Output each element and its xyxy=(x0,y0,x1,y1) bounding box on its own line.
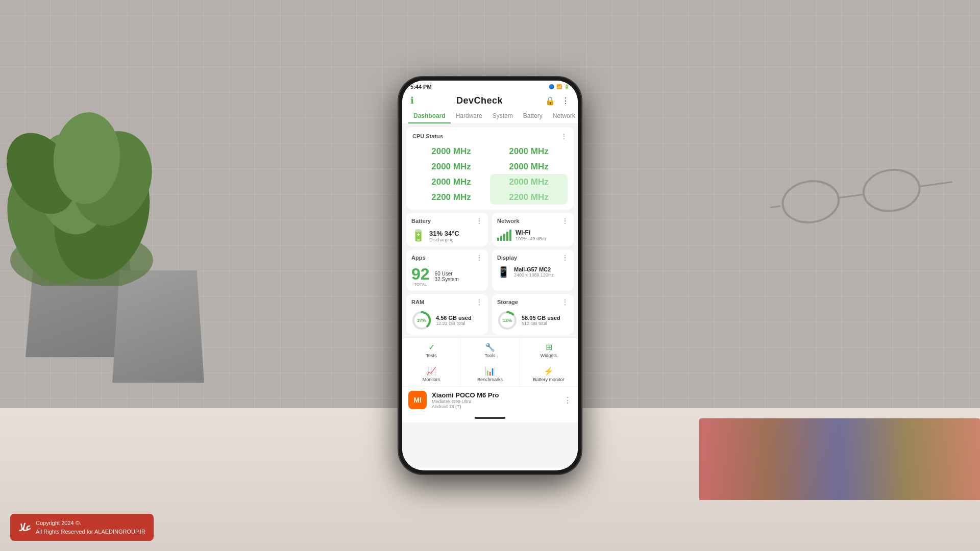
cpu-card-header: CPU Status ⋮ xyxy=(412,132,568,140)
network-card: Network ⋮ Wi-F xyxy=(492,213,574,246)
home-indicator xyxy=(475,417,505,419)
bar-2 xyxy=(500,236,502,241)
svg-point-7 xyxy=(780,178,841,226)
storage-menu[interactable]: ⋮ xyxy=(561,298,569,306)
device-logo: MI xyxy=(408,391,427,409)
watermark-logo: علا xyxy=(18,521,31,534)
nav-monitors[interactable]: 📈 Monitors xyxy=(402,362,461,386)
storage-total: 512 GB total xyxy=(522,321,560,326)
bar-4 xyxy=(506,232,508,241)
nav-tools[interactable]: 🔧 Tools xyxy=(461,338,520,362)
display-card-header: Display ⋮ xyxy=(497,254,569,262)
more-icon[interactable]: ⋮ xyxy=(561,96,570,106)
apps-total-number: 92 xyxy=(411,266,430,282)
bluetooth-icon: 🔵 xyxy=(549,84,554,89)
cpu-freq-4: 2000 MHz xyxy=(412,175,490,189)
cpu-grid: 2000 MHz 2000 MHz 2000 MHz 2000 MHz 2000… xyxy=(412,144,568,205)
display-menu[interactable]: ⋮ xyxy=(561,254,569,262)
widgets-icon: ⊞ xyxy=(546,342,552,352)
tab-network[interactable]: Network xyxy=(548,108,578,123)
device-chipset: Mediatek G99 Ultra xyxy=(432,399,499,404)
battery-menu[interactable]: ⋮ xyxy=(476,217,483,225)
nav-benchmarks[interactable]: 📊 Benchmarks xyxy=(461,362,520,386)
bottom-nav: ✓ Tests 🔧 Tools ⊞ Widgets xyxy=(402,338,578,386)
storage-used: 58.05 GB used xyxy=(522,315,560,321)
battery-monitor-icon: ⚡ xyxy=(544,366,554,376)
apps-content: 92 TOTAL 60 User 32 System xyxy=(411,266,483,287)
apps-breakdown: 60 User 32 System xyxy=(435,271,459,282)
ram-menu[interactable]: ⋮ xyxy=(476,298,483,306)
apps-user-count: 60 User xyxy=(435,271,459,277)
watermark: علا Copyright 2024 ©. All Rights Reserve… xyxy=(10,514,154,541)
lock-icon[interactable]: 🔒 xyxy=(545,96,555,106)
bar-1 xyxy=(497,238,499,241)
cpu-freq-0: 2000 MHz xyxy=(412,144,490,159)
tab-battery[interactable]: Battery xyxy=(518,108,548,123)
info-icon[interactable]: ℹ xyxy=(410,95,414,106)
battery-title: Battery xyxy=(411,218,431,224)
network-menu[interactable]: ⋮ xyxy=(561,217,569,225)
device-info: Xiaomi POCO M6 Pro Mediatek G99 Ultra An… xyxy=(432,391,499,409)
status-bar: 5:44 PM 🔵 📶 🔋 xyxy=(402,81,578,92)
apps-total-label: TOTAL xyxy=(411,282,430,287)
storage-card: Storage ⋮ 12% xyxy=(492,294,574,335)
device-menu-icon[interactable]: ⋮ xyxy=(564,395,572,405)
svg-line-9 xyxy=(839,194,864,198)
battery-content: 🔋 31% 34°C Discharging xyxy=(411,229,483,242)
nav-tabs: Dashboard Hardware System Battery Networ… xyxy=(402,108,578,124)
device-name: Xiaomi POCO M6 Pro xyxy=(432,391,499,399)
ram-ring: 37% xyxy=(411,310,432,331)
device-os: Android 13 (T) xyxy=(432,404,499,409)
widgets-label: Widgets xyxy=(541,353,557,358)
cpu-freq-3: 2000 MHz xyxy=(490,160,568,174)
tab-dashboard[interactable]: Dashboard xyxy=(408,108,451,123)
tests-icon: ✓ xyxy=(428,342,435,352)
ram-details: 4.56 GB used 12.23 GB total xyxy=(436,315,472,326)
display-content: 📱 Mali-G57 MC2 2400 x 1080 120Hz xyxy=(497,266,569,278)
nav-widgets[interactable]: ⊞ Widgets xyxy=(520,338,578,362)
monitors-label: Monitors xyxy=(423,377,440,382)
status-time: 5:44 PM xyxy=(410,84,432,90)
scroll-content[interactable]: CPU Status ⋮ 2000 MHz 2000 MHz 2000 MHz … xyxy=(402,124,578,468)
apps-title: Apps xyxy=(411,255,426,261)
apps-card-header: Apps ⋮ xyxy=(411,254,483,262)
svg-point-8 xyxy=(861,166,922,215)
storage-ring: 12% xyxy=(497,310,518,331)
benchmarks-label: Benchmarks xyxy=(477,377,503,382)
watermark-line2: All Rights Reserved for ALAEDINGROUP.IR xyxy=(36,528,145,536)
network-title: Network xyxy=(497,218,519,224)
plant-pot-2 xyxy=(112,270,204,383)
ram-card: RAM ⋮ 37% 4 xyxy=(406,294,488,335)
wifi-icon: 📶 xyxy=(556,84,562,89)
storage-details: 58.05 GB used 512 GB total xyxy=(522,315,560,326)
network-card-header: Network ⋮ xyxy=(497,217,569,225)
display-title: Display xyxy=(497,255,517,261)
nav-tests[interactable]: ✓ Tests xyxy=(402,338,461,362)
bottom-nav-row-2: 📈 Monitors 📊 Benchmarks ⚡ Battery monito… xyxy=(402,362,578,386)
wifi-details: 100% -49 dBm xyxy=(516,236,546,241)
apps-menu[interactable]: ⋮ xyxy=(476,254,483,262)
tests-label: Tests xyxy=(426,353,436,358)
tab-hardware[interactable]: Hardware xyxy=(451,108,487,123)
bar-5 xyxy=(509,230,511,241)
display-model: Mali-G57 MC2 xyxy=(514,266,554,272)
cpu-card-title: CPU Status xyxy=(412,133,443,139)
nav-battery-monitor[interactable]: ⚡ Battery monitor xyxy=(520,362,578,386)
home-bar xyxy=(402,413,578,422)
tools-icon: 🔧 xyxy=(485,342,495,352)
tab-system[interactable]: System xyxy=(487,108,518,123)
network-content: Wi-Fi 100% -49 dBm xyxy=(497,229,569,241)
ram-used: 4.56 GB used xyxy=(436,315,472,321)
app-header: ℹ DevCheck 🔒 ⋮ xyxy=(402,92,578,108)
benchmarks-icon: 📊 xyxy=(485,366,495,376)
cpu-freq-6: 2200 MHz xyxy=(412,190,490,205)
display-device-icon: 📱 xyxy=(497,266,510,278)
watermark-line1: Copyright 2024 ©. xyxy=(36,519,145,528)
cpu-freq-2: 2000 MHz xyxy=(412,160,490,174)
storage-title: Storage xyxy=(497,299,518,305)
battery-network-row: Battery ⋮ 🔋 31% 34°C Discharging xyxy=(406,213,574,246)
signal-bars xyxy=(497,230,511,241)
storage-card-header: Storage ⋮ xyxy=(497,298,569,306)
battery-card-header: Battery ⋮ xyxy=(411,217,483,225)
cpu-menu-icon[interactable]: ⋮ xyxy=(560,132,568,140)
